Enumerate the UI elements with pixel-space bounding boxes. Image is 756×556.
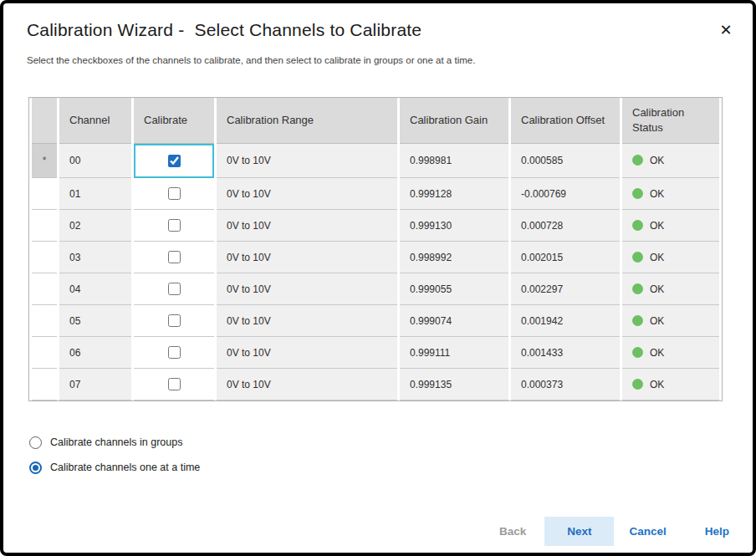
calibrate-checkbox[interactable] (168, 187, 181, 200)
gain-cell: 0.999130 (400, 210, 508, 242)
gain-cell: 0.999074 (400, 305, 508, 337)
header-status[interactable]: Calibration Status (622, 98, 719, 144)
range-cell: 0V to 10V (217, 337, 397, 369)
calibrate-cell (134, 242, 214, 273)
range-cell: 0V to 10V (217, 210, 397, 242)
header-range[interactable]: Calibration Range (217, 98, 397, 144)
channel-cell: 05 (59, 305, 131, 337)
range-cell: 0V to 10V (217, 242, 397, 273)
radio-selected-icon[interactable] (29, 462, 42, 474)
calibrate-checkbox[interactable] (168, 219, 181, 232)
channel-cell: 01 (59, 178, 131, 210)
offset-cell: -0.000769 (511, 178, 620, 210)
status-label: OK (650, 379, 664, 390)
offset-cell: 0.002297 (511, 273, 620, 305)
gain-cell: 0.998981 (400, 144, 508, 178)
gain-cell: 0.999055 (400, 273, 508, 305)
range-cell: 0V to 10V (217, 144, 397, 178)
status-ok-icon (632, 252, 643, 263)
status-ok-icon (632, 188, 643, 199)
header-offset[interactable]: Calibration Offset (511, 98, 620, 144)
range-cell: 0V to 10V (217, 273, 397, 305)
table-row: 07 0V to 10V 0.999135 0.000373 OK (32, 369, 719, 400)
channel-cell: 07 (59, 369, 131, 400)
status-ok-icon (632, 155, 643, 166)
row-selector[interactable] (32, 273, 57, 305)
channel-cell: 04 (59, 273, 131, 305)
status-ok-icon (632, 347, 643, 358)
table-row: 04 0V to 10V 0.999055 0.002297 OK (32, 273, 719, 305)
gain-cell: 0.999135 (400, 369, 508, 400)
status-label: OK (650, 315, 664, 327)
channel-cell: 06 (59, 337, 131, 369)
header-gain[interactable]: Calibration Gain (400, 98, 508, 144)
status-label: OK (650, 252, 664, 263)
status-label: OK (650, 188, 664, 200)
table-row: 05 0V to 10V 0.999074 0.001942 OK (32, 305, 719, 337)
radio-calibrate-in-groups[interactable]: Calibrate channels in groups (29, 433, 200, 451)
row-selector[interactable] (32, 210, 57, 242)
header-calibrate[interactable]: Calibrate (134, 98, 214, 144)
radio-unselected-icon[interactable] (29, 436, 42, 449)
status-ok-icon (632, 379, 643, 390)
calibration-wizard-dialog: Calibration Wizard - Select Channels to … (0, 0, 756, 556)
cancel-button[interactable]: Cancel (629, 525, 666, 538)
status-ok-icon (632, 220, 643, 231)
table-row: * 00 0V to 10V 0.998981 0.000585 OK (32, 144, 719, 178)
status-cell: OK (622, 369, 719, 400)
status-label: OK (650, 283, 664, 295)
table-row: 02 0V to 10V 0.999130 0.000728 OK (32, 210, 719, 242)
help-button[interactable]: Help (705, 525, 729, 538)
header-corner-cell (32, 98, 57, 144)
range-cell: 0V to 10V (217, 178, 397, 210)
row-selector[interactable] (32, 305, 57, 337)
offset-cell: 0.000373 (511, 369, 620, 400)
status-label: OK (650, 220, 664, 232)
offset-cell: 0.001433 (511, 337, 620, 369)
calibrate-cell (134, 210, 214, 242)
calibrate-checkbox[interactable] (168, 251, 181, 263)
status-cell: OK (622, 337, 719, 369)
calibrate-cell (134, 273, 214, 305)
offset-cell: 0.000728 (511, 210, 620, 242)
channels-table: Channel Calibrate Calibration Range Cali… (28, 97, 723, 401)
gain-cell: 0.999128 (400, 178, 508, 210)
offset-cell: 0.001942 (511, 305, 620, 337)
radio-single-label[interactable]: Calibrate channels one at a time (50, 462, 200, 473)
row-selector[interactable]: * (32, 144, 57, 178)
radio-calibrate-one-at-a-time[interactable]: Calibrate channels one at a time (29, 458, 200, 477)
gain-cell: 0.998992 (400, 242, 508, 273)
calibrate-checkbox[interactable] (168, 314, 181, 327)
calibrate-cell (134, 178, 214, 210)
status-ok-icon (632, 283, 643, 294)
calibrate-cell (134, 144, 214, 178)
status-label: OK (650, 155, 664, 166)
status-cell: OK (622, 242, 719, 273)
radio-groups-label[interactable]: Calibrate channels in groups (50, 436, 182, 448)
status-cell: OK (622, 178, 719, 210)
row-selector[interactable] (32, 178, 57, 210)
status-cell: OK (622, 144, 719, 178)
calibrate-cell (134, 369, 214, 400)
calibrate-cell (134, 305, 214, 337)
next-button[interactable]: Next (544, 517, 614, 546)
offset-cell: 0.000585 (511, 144, 620, 178)
row-selector[interactable] (32, 242, 57, 273)
offset-cell: 0.002015 (511, 242, 620, 273)
calibrate-checkbox[interactable] (168, 346, 181, 359)
row-selector[interactable] (32, 337, 57, 369)
calibrate-checkbox[interactable] (168, 283, 181, 295)
status-cell: OK (622, 273, 719, 305)
close-icon[interactable]: ✕ (716, 20, 736, 40)
table-row: 03 0V to 10V 0.998992 0.002015 OK (32, 242, 719, 273)
calibrate-checkbox[interactable] (168, 155, 181, 167)
header-channel[interactable]: Channel (59, 98, 131, 144)
table-header-row: Channel Calibrate Calibration Range Cali… (32, 98, 719, 144)
row-selector[interactable] (32, 369, 57, 400)
table-row: 06 0V to 10V 0.999111 0.001433 OK (32, 337, 719, 369)
channel-cell: 00 (59, 144, 131, 178)
calibrate-cell (134, 337, 214, 369)
calibrate-checkbox[interactable] (168, 378, 181, 390)
back-button[interactable]: Back (499, 525, 526, 538)
status-label: OK (650, 347, 664, 359)
